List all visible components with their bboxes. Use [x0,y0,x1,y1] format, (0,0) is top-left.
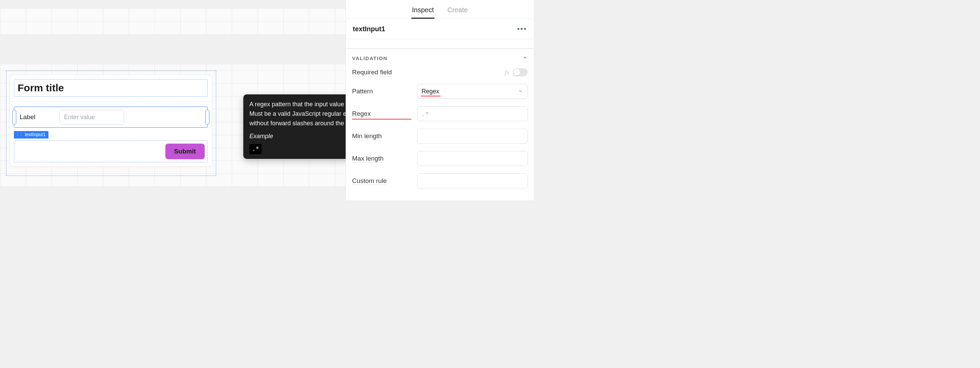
field-label: Label [18,114,55,121]
canvas-area: Form title Label ⋮⋮ textInput1 Submit A … [0,0,383,200]
custom-rule-input[interactable] [417,173,528,189]
prop-regex-label: Regex [352,110,371,118]
prop-min-length-label: Min length [352,133,382,140]
submit-selection[interactable]: Submit [14,141,208,162]
pattern-select-value: Regex [422,88,439,95]
prop-regex: Regex .* [352,106,528,121]
inspector-panel: Inspect Create textInput1 ••• VALIDATION… [346,0,534,200]
panel-title-row: textInput1 ••• [346,19,534,39]
prop-max-length: Max length [352,151,528,166]
fx-icon[interactable]: fx [504,69,509,76]
prop-required-field-label: Required field [352,69,392,77]
max-length-input[interactable] [417,151,528,166]
regex-input[interactable]: .* [417,106,528,121]
tab-create[interactable]: Create [447,4,468,19]
prop-max-length-label: Max length [352,155,383,163]
required-field-toggle[interactable] [513,68,528,77]
panel-tabs: Inspect Create [346,0,534,19]
form-container[interactable]: Form title Label ⋮⋮ textInput1 Submit [10,75,212,167]
tooltip-example-code: .* [250,144,262,154]
text-input-selection[interactable]: Label [14,107,208,128]
form-title-selection[interactable]: Form title [14,79,208,97]
min-length-input[interactable] [417,129,528,144]
panel-spacer [346,39,534,48]
chevron-down-icon [518,88,523,95]
prop-custom-rule: Custom rule [352,173,528,189]
validation-section: VALIDATION Required field fx Pattern Reg… [346,48,534,198]
prop-custom-rule-label: Custom rule [352,177,387,185]
section-title: VALIDATION [352,55,387,61]
canvas-grid-top [0,9,364,35]
collapse-section-icon[interactable] [522,55,528,61]
panel-component-name: textInput1 [353,25,385,33]
regex-input-placeholder: .* [422,110,429,117]
tab-inspect[interactable]: Inspect [411,4,434,19]
prop-pattern: Pattern Regex [352,84,528,99]
prop-pattern-label: Pattern [352,88,413,95]
selected-component-chip-label: textInput1 [25,131,46,138]
text-input[interactable] [60,110,124,125]
more-menu-icon[interactable]: ••• [517,24,527,33]
prop-required-field: Required field fx [352,68,528,77]
submit-button[interactable]: Submit [165,144,205,159]
selected-component-chip[interactable]: ⋮⋮ textInput1 [14,131,48,139]
prop-min-length: Min length [352,129,528,144]
form-title: Form title [18,82,204,94]
form-body: Label ⋮⋮ textInput1 Submit [10,101,212,166]
drag-handle-icon: ⋮⋮ [16,131,23,138]
pattern-select[interactable]: Regex [417,84,528,99]
